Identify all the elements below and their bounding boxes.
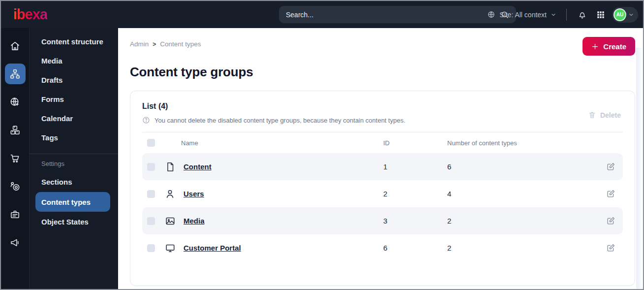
- rail-item-content[interactable]: [5, 64, 26, 84]
- edit-icon: [606, 189, 615, 198]
- sidebar-item-content-structure[interactable]: Content structure: [30, 32, 118, 51]
- rail-item-dashboard[interactable]: [5, 35, 26, 56]
- edit-button[interactable]: [603, 187, 618, 201]
- group-id: 6: [383, 244, 447, 252]
- rail-item-campaign[interactable]: [5, 232, 26, 253]
- app-grid-icon: [596, 10, 605, 19]
- row-checkbox[interactable]: [147, 244, 155, 252]
- sidebar-item-drafts[interactable]: Drafts: [30, 70, 118, 90]
- sidebar-item-sections[interactable]: Sections: [30, 172, 118, 192]
- cart-icon: [9, 153, 21, 164]
- group-count: 2: [447, 244, 598, 252]
- breadcrumb-content-types: Content types: [160, 40, 201, 48]
- delete-info-text: You cannot delete the disabled content t…: [154, 117, 405, 124]
- edit-icon: [606, 243, 615, 253]
- create-button[interactable]: Create: [583, 37, 635, 56]
- create-button-label: Create: [603, 42, 626, 51]
- campaign-icon: [9, 237, 21, 248]
- app-window: ibexa Site: All context AU: [0, 0, 644, 290]
- group-id: 2: [383, 190, 447, 198]
- row-checkbox[interactable]: [147, 163, 155, 171]
- topbar-divider: [566, 9, 567, 21]
- sidebar-item-forms[interactable]: Forms: [30, 90, 118, 109]
- group-count: 6: [447, 162, 598, 171]
- global-search[interactable]: [279, 6, 516, 23]
- group-link-users[interactable]: Users: [184, 190, 204, 198]
- notifications-button[interactable]: [575, 7, 589, 22]
- chevron-down-icon: [628, 12, 634, 18]
- row-checkbox[interactable]: [147, 190, 155, 198]
- list-count-title: List (4): [142, 102, 405, 111]
- column-header-count: Number of content types: [447, 139, 598, 147]
- group-link-content[interactable]: Content: [184, 162, 212, 171]
- rail-item-personalization[interactable]: [5, 176, 26, 196]
- monitor-icon: [165, 243, 176, 254]
- settings-section-label: Settings: [30, 160, 118, 167]
- group-id: 3: [383, 217, 447, 225]
- page-title: Content type groups: [130, 64, 635, 80]
- rail-item-commerce[interactable]: [5, 148, 26, 168]
- breadcrumb-admin[interactable]: Admin: [130, 40, 149, 48]
- content-structure-icon: [9, 68, 21, 80]
- breadcrumb-separator: >: [153, 41, 156, 48]
- main-content: Admin > Content types Create Content typ…: [118, 28, 643, 290]
- edit-icon: [606, 216, 615, 226]
- file-icon: [165, 161, 176, 172]
- app-switcher-button[interactable]: [593, 7, 608, 22]
- sidebar-icon-rail: [1, 28, 30, 290]
- group-id: 1: [383, 162, 447, 171]
- globe-icon: [487, 10, 495, 19]
- table-row: Customer Portal 6 2: [142, 234, 623, 261]
- column-header-name: Name: [165, 139, 383, 147]
- sidebar-menu: Content structure Media Drafts Forms Cal…: [30, 28, 118, 290]
- delete-button[interactable]: Delete: [588, 111, 621, 119]
- plus-icon: [591, 43, 599, 50]
- sidebar-item-tags[interactable]: Tags: [30, 128, 118, 147]
- row-checkbox[interactable]: [147, 217, 155, 225]
- site-context-label: Site: All context: [499, 11, 547, 19]
- group-count: 2: [447, 217, 598, 225]
- rail-item-catalog[interactable]: [5, 120, 26, 140]
- content-type-groups-card: List (4) You cannot delete the disabled …: [130, 91, 635, 286]
- rail-item-corporate[interactable]: [5, 204, 26, 225]
- group-link-customer-portal[interactable]: Customer Portal: [184, 244, 241, 252]
- column-header-id: ID: [383, 139, 447, 147]
- chevron-down-icon: [551, 12, 556, 18]
- edit-button[interactable]: [603, 241, 618, 256]
- rail-item-site[interactable]: [5, 92, 26, 112]
- help-circle-icon: [142, 116, 150, 124]
- image-icon: [165, 216, 176, 226]
- menu-divider: [30, 154, 118, 154]
- logo-container: ibexa: [1, 6, 118, 23]
- home-icon: [9, 40, 21, 52]
- personalization-icon: [9, 181, 21, 192]
- sidebar-item-content-types[interactable]: Content types: [35, 192, 110, 212]
- edit-button[interactable]: [603, 160, 618, 174]
- user-menu[interactable]: AU: [612, 7, 638, 23]
- select-all-checkbox[interactable]: [147, 139, 155, 147]
- topbar-actions: Site: All context AU: [487, 1, 638, 28]
- delete-info-note: You cannot delete the disabled content t…: [142, 116, 405, 124]
- trash-icon: [588, 111, 596, 119]
- sidebar-item-media[interactable]: Media: [30, 51, 118, 70]
- bell-icon: [578, 10, 587, 19]
- table-row: Media 3 2: [142, 207, 623, 234]
- catalog-icon: [9, 125, 21, 136]
- site-context-selector[interactable]: Site: All context: [487, 10, 556, 19]
- table-row: Content 1 6: [142, 153, 623, 180]
- sidebar-item-object-states[interactable]: Object States: [30, 212, 118, 231]
- group-link-media[interactable]: Media: [184, 217, 205, 225]
- edit-icon: [606, 162, 615, 171]
- site-icon: [9, 97, 21, 108]
- corporate-icon: [9, 209, 21, 220]
- search-input[interactable]: [286, 11, 500, 19]
- sidebar-item-calendar[interactable]: Calendar: [30, 109, 118, 128]
- table-row: Users 2 4: [142, 180, 623, 207]
- topbar: ibexa Site: All context AU: [1, 1, 643, 28]
- table-header-row: Name ID Number of content types: [142, 132, 623, 153]
- edit-button[interactable]: [603, 214, 618, 228]
- avatar: AU: [613, 8, 626, 21]
- delete-button-label: Delete: [600, 111, 621, 119]
- user-icon: [165, 189, 176, 199]
- ibexa-logo[interactable]: ibexa: [13, 6, 47, 22]
